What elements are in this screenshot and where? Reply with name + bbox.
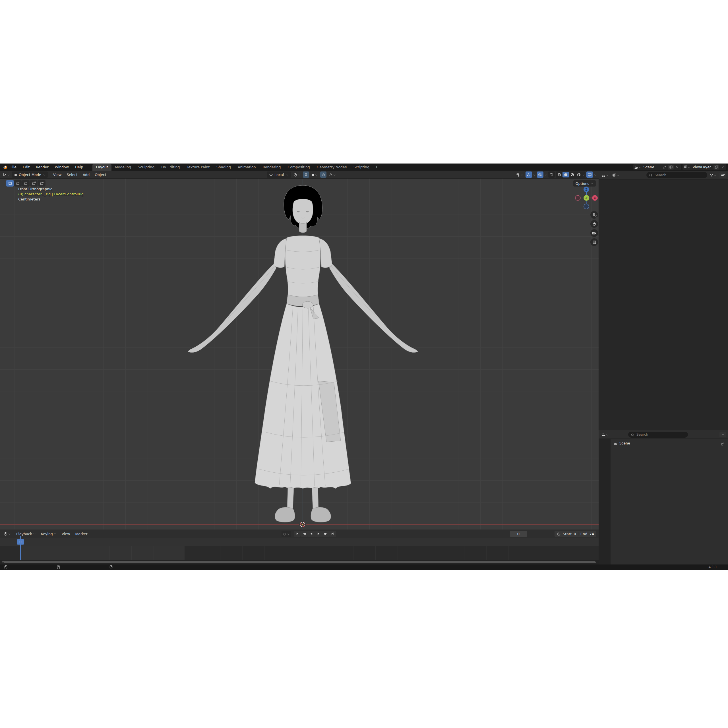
close-viewlayer-button[interactable] [720, 165, 725, 170]
add-workspace-button[interactable]: + [373, 164, 380, 171]
viewport-menu-object[interactable]: Object [92, 173, 109, 177]
shading-rendered-button[interactable] [575, 172, 582, 177]
active-object-label: (0) character1_rig | FaceitControlRig [18, 192, 84, 197]
character-model[interactable] [185, 182, 421, 526]
gizmo-minus-x-ball[interactable] [575, 195, 580, 200]
menu-help[interactable]: Help [72, 165, 86, 169]
viewport-menu-select[interactable]: Select [64, 173, 80, 177]
scene-viewlayer-selectors: Scene ViewLayer [633, 164, 726, 170]
select-mode-subtract[interactable] [22, 180, 29, 187]
timeline-scrollbar[interactable] [0, 560, 599, 564]
viewport-canvas[interactable]: Front Orthographic (0) character1_rig | … [0, 179, 599, 529]
workspace-tab-texture-paint[interactable]: Texture Paint [183, 164, 213, 171]
falloff-dropdown[interactable] [327, 171, 337, 178]
snap-target-dropdown[interactable] [310, 171, 319, 178]
shading-wireframe-button[interactable] [556, 172, 563, 177]
play-reverse-button[interactable] [308, 531, 315, 537]
menu-window[interactable]: Window [52, 165, 72, 169]
shading-solid-button[interactable] [563, 172, 569, 177]
outliner-filter-dropdown[interactable] [708, 172, 718, 178]
mode-dropdown[interactable]: Object Mode [12, 171, 48, 178]
menu-edit[interactable]: Edit [20, 165, 33, 169]
navigation-gizmo[interactable]: Z X -Y [573, 184, 599, 211]
outliner-search[interactable] [646, 172, 707, 178]
xray-toggle[interactable] [548, 171, 555, 178]
start-value[interactable]: 0 [574, 532, 576, 536]
prop-circle-icon [321, 173, 325, 177]
select-mode-buttons [6, 180, 46, 187]
menu-file[interactable]: File [8, 165, 20, 169]
jump-to-end-button[interactable] [329, 531, 336, 537]
sync-icon [283, 532, 286, 536]
orientation-dropdown[interactable]: Local [267, 171, 291, 178]
workspace-tab-layout[interactable]: Layout [92, 164, 112, 171]
show-gizmos-toggle[interactable] [526, 171, 532, 178]
snap-toggle[interactable] [303, 171, 309, 178]
status-bar: 4.1.1 [0, 564, 728, 570]
pb-prevk-icon [302, 532, 306, 536]
version-label: 4.1.1 [708, 565, 717, 569]
sidebar-collapse-arrow[interactable] [594, 214, 598, 219]
workspace-tab-rendering[interactable]: Rendering [259, 164, 284, 171]
properties-options-dropdown[interactable] [719, 432, 726, 437]
timeline-menu-view[interactable]: View [59, 532, 73, 536]
outliner-display-mode-dropdown[interactable] [611, 172, 621, 178]
properties-search[interactable] [628, 432, 688, 437]
perspective-toggle-button[interactable] [590, 238, 598, 246]
camera-view-button[interactable] [590, 229, 598, 237]
workspace-tab-scripting[interactable]: Scripting [350, 164, 373, 171]
viewlayer-selector[interactable]: ViewLayer [682, 164, 726, 170]
gizmo-minus-z-ball[interactable] [584, 204, 589, 209]
chev-d-icon [594, 173, 597, 177]
play-button[interactable] [315, 531, 322, 537]
timeline-tracks[interactable] [0, 546, 599, 560]
copy-viewlayer-button[interactable] [714, 165, 719, 170]
timeline-menu-keying[interactable]: Keying [38, 532, 59, 536]
viewport-menu-view[interactable]: View [50, 173, 64, 177]
sync-dropdown[interactable] [281, 531, 291, 537]
camera-r-icon [592, 231, 596, 235]
current-frame-field[interactable]: 0 [510, 531, 527, 537]
pan-button[interactable] [590, 220, 598, 228]
workspace-tab-shading[interactable]: Shading [213, 164, 234, 171]
show-overlays-toggle[interactable] [537, 171, 543, 178]
select-mode-intersect[interactable] [38, 180, 46, 187]
outliner-search-input[interactable] [654, 173, 705, 177]
properties-search-input[interactable] [636, 432, 685, 437]
workspace-tab-uv-editing[interactable]: UV Editing [158, 164, 183, 171]
end-value[interactable]: 74 [589, 532, 594, 536]
sph-mat-icon [570, 173, 574, 177]
object-visibility-dropdown[interactable] [515, 171, 525, 178]
pivot-dropdown[interactable] [292, 171, 302, 178]
copy-scene-button[interactable] [668, 165, 674, 170]
jump-to-start-button[interactable] [294, 531, 301, 537]
workspace-tab-compositing[interactable]: Compositing [284, 164, 313, 171]
next-keyframe-button[interactable] [322, 531, 329, 537]
workspace-tab-geometry-nodes[interactable]: Geometry Nodes [314, 164, 350, 171]
properties-editor-type-button[interactable] [600, 431, 610, 437]
timeline-editor-type-button[interactable] [2, 531, 12, 537]
select-mode-set[interactable] [6, 180, 14, 187]
menu-render[interactable]: Render [33, 165, 52, 169]
pin-scene-button[interactable] [662, 165, 667, 170]
select-mode-invert[interactable] [30, 180, 38, 187]
close-scene-button[interactable] [674, 165, 680, 170]
previous-keyframe-button[interactable] [301, 531, 308, 537]
workspace-tab-animation[interactable]: Animation [234, 164, 259, 171]
viewport-menu-add[interactable]: Add [80, 173, 92, 177]
proportional-editing-toggle[interactable] [320, 171, 326, 178]
outliner-editor-type-button[interactable] [600, 172, 610, 178]
screen-area-button[interactable] [586, 171, 593, 178]
blender-logo-icon[interactable] [2, 165, 8, 170]
timeline-menu-marker[interactable]: Marker [72, 532, 90, 536]
shading-material-button[interactable] [569, 172, 575, 177]
new-collection-button[interactable] [719, 172, 726, 178]
workspace-tab-modeling[interactable]: Modeling [112, 164, 135, 171]
timeline-menu-playback[interactable]: Playback [14, 532, 38, 536]
pin-id-button[interactable] [720, 442, 725, 446]
scene-selector[interactable]: Scene [633, 164, 681, 170]
timeline-ruler[interactable]: 0 [0, 538, 599, 546]
editor-type-button[interactable] [2, 171, 11, 178]
select-mode-extend[interactable] [14, 180, 21, 187]
workspace-tab-sculpting[interactable]: Sculpting [135, 164, 158, 171]
